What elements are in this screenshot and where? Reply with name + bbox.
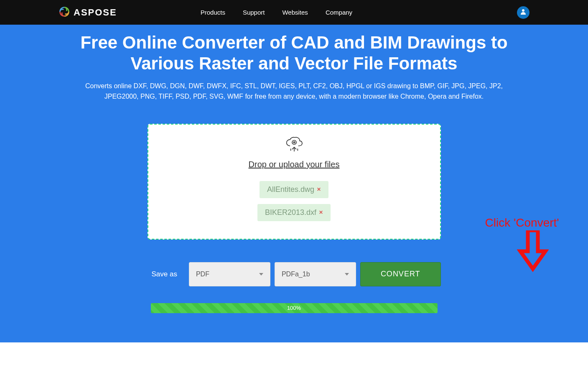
format-select[interactable]: PDF bbox=[189, 262, 270, 286]
remove-file-icon[interactable]: ✕ bbox=[317, 186, 321, 192]
user-icon bbox=[520, 8, 527, 17]
subformat-select[interactable]: PDFa_1b bbox=[275, 262, 356, 286]
upload-cloud-icon bbox=[284, 136, 305, 160]
page-subtitle: Converts online DXF, DWG, DGN, DWF, DWFX… bbox=[73, 81, 516, 102]
file-name: AllEntites.dwg bbox=[267, 185, 314, 194]
uploaded-file: AllEntites.dwg ✕ bbox=[260, 181, 328, 198]
remove-file-icon[interactable]: ✕ bbox=[319, 209, 323, 215]
convert-button[interactable]: CONVERT bbox=[360, 262, 441, 286]
save-as-label: Save as bbox=[152, 270, 177, 278]
format-value: PDF bbox=[196, 270, 209, 278]
svg-point-2 bbox=[293, 142, 295, 143]
hero-section: Free Online Converter of CAD and BIM Dra… bbox=[0, 25, 588, 342]
brand-name: ASPOSE bbox=[74, 7, 117, 18]
uploaded-file: BIKER2013.dxf ✕ bbox=[257, 204, 331, 221]
nav-websites[interactable]: Websites bbox=[282, 9, 308, 16]
controls-row: Click 'Convert' Save as PDF PDFa_1b CONV… bbox=[148, 262, 441, 286]
user-account-button[interactable] bbox=[517, 6, 529, 19]
progress-bar-container: 100% bbox=[151, 303, 438, 313]
annotation-text: Click 'Convert' bbox=[485, 216, 559, 230]
nav-support[interactable]: Support bbox=[243, 9, 265, 16]
nav-products[interactable]: Products bbox=[201, 9, 225, 16]
aspose-swirl-icon bbox=[59, 6, 70, 19]
progress-bar: 100% bbox=[151, 303, 438, 313]
top-header: ASPOSE Products Support Websites Company bbox=[0, 0, 588, 25]
file-dropzone[interactable]: Drop or upload your files AllEntites.dwg… bbox=[148, 124, 441, 240]
header-left: ASPOSE Products Support Websites Company bbox=[59, 6, 352, 19]
main-nav: Products Support Websites Company bbox=[201, 9, 352, 16]
chevron-down-icon bbox=[259, 273, 263, 276]
drop-label: Drop or upload your files bbox=[249, 160, 340, 169]
svg-point-1 bbox=[292, 140, 296, 144]
svg-point-0 bbox=[522, 9, 524, 12]
subformat-value: PDFa_1b bbox=[282, 270, 310, 278]
progress-value: 100% bbox=[287, 305, 301, 311]
brand-logo[interactable]: ASPOSE bbox=[59, 6, 117, 19]
file-name: BIKER2013.dxf bbox=[265, 208, 316, 217]
nav-company[interactable]: Company bbox=[326, 9, 352, 16]
page-title: Free Online Converter of CAD and BIM Dra… bbox=[64, 32, 524, 74]
chevron-down-icon bbox=[345, 273, 349, 276]
